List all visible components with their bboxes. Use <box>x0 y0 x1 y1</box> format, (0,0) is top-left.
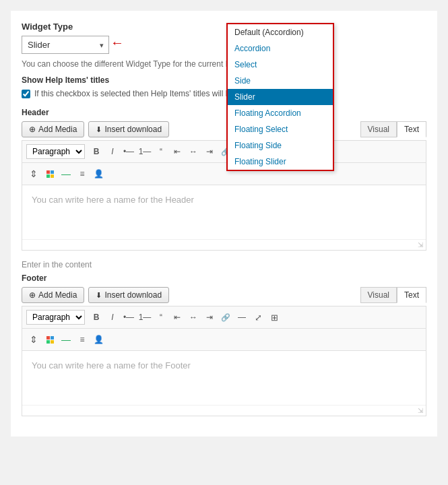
footer-view-tabs: Visual Text <box>360 287 426 303</box>
footer-add-media-label: Add Media <box>38 290 77 300</box>
enter-content-hint: Enter in the content <box>22 260 426 269</box>
header-format-bar-1: Paragraph B I •— 1— “ ⇤ ↔ ⇥ ― <box>22 141 426 163</box>
header-editor-buttons: Add Media Insert download <box>22 121 169 137</box>
header-editor-box: Paragraph B I •— 1— “ ⇤ ↔ ⇥ ― ⇕ <box>22 140 426 251</box>
dropdown-item-select[interactable]: Select <box>228 57 333 73</box>
header-color-btn[interactable] <box>42 166 57 181</box>
footer-more-btn[interactable]: ― <box>234 310 249 325</box>
header-visual-tab[interactable]: Visual <box>360 121 397 137</box>
header-toolbar-top: Add Media Insert download Visual Text <box>22 121 426 137</box>
insert-download-icon <box>96 125 102 134</box>
footer-add-media-button[interactable]: Add Media <box>22 287 84 303</box>
widget-type-section: Widget Type Slider ▾ ← <box>22 22 426 54</box>
header-add-media-button[interactable]: Add Media <box>22 121 84 137</box>
footer-fullscreen-btn[interactable] <box>251 310 265 325</box>
header-ul-btn[interactable]: •— <box>121 144 136 159</box>
footer-bold-btn[interactable]: B <box>89 310 104 325</box>
widget-type-select-wrapper: Slider ▾ <box>22 36 109 54</box>
header-editor-content[interactable]: You can write here a name for the Header <box>22 185 426 239</box>
show-titles-label: Show Help Items' titles <box>22 75 426 85</box>
footer-insert-download-label: Insert download <box>104 290 162 300</box>
footer-format-bar-2: ⇕ ― ≡ 👤 <box>22 329 426 351</box>
footer-hr-btn[interactable]: ― <box>59 332 73 347</box>
header-person-btn[interactable]: 👤 <box>91 166 106 181</box>
footer-add-media-icon <box>29 290 36 300</box>
footer-editor-buttons: Add Media Insert download <box>22 287 169 303</box>
checkbox-row: If this checkbox is selected then Help I… <box>22 89 426 98</box>
header-blockquote-btn[interactable]: “ <box>154 144 168 159</box>
footer-link-btn[interactable] <box>218 310 233 325</box>
footer-insert-download-icon <box>96 290 102 300</box>
dropdown-item-floating-side[interactable]: Floating Side <box>228 137 333 154</box>
footer-label: Footer <box>22 273 426 283</box>
footer-text-tab[interactable]: Text <box>397 287 426 303</box>
header-section: Header Add Media Insert download Visual … <box>22 108 426 251</box>
header-insert-download-button[interactable]: Insert download <box>88 121 169 137</box>
footer-ul-btn[interactable]: •— <box>121 310 136 325</box>
dropdown-item-floating-select[interactable]: Floating Select <box>228 121 333 137</box>
footer-table-btn[interactable] <box>267 310 282 325</box>
footer-toolbar-top: Add Media Insert download Visual Text <box>22 287 426 303</box>
dropdown-item-side[interactable]: Side <box>228 73 333 89</box>
footer-visual-tab[interactable]: Visual <box>360 287 397 303</box>
footer-color-btn[interactable] <box>42 332 57 347</box>
widget-type-label: Widget Type <box>22 22 426 32</box>
page-wrapper: Widget Type Slider ▾ ← You can choose th… <box>11 11 437 437</box>
footer-italic-btn[interactable]: I <box>105 310 120 325</box>
header-format-bar-2: ⇕ ― ≡ 👤 <box>22 163 426 185</box>
widget-type-select[interactable]: Slider <box>22 36 109 54</box>
dropdown-item-default[interactable]: Default (Accordion) <box>228 24 333 40</box>
show-titles-checkbox[interactable] <box>22 90 30 98</box>
header-align-right-btn[interactable]: ⇥ <box>202 144 217 159</box>
header-hr-btn[interactable]: ― <box>59 166 73 181</box>
header-format-select[interactable]: Paragraph <box>26 144 85 159</box>
header-text-tab[interactable]: Text <box>397 121 426 137</box>
header-align-center-btn[interactable]: ↔ <box>186 144 201 159</box>
header-indent-btn[interactable]: ⇕ <box>26 166 41 181</box>
footer-editor-box: Paragraph B I •— 1— “ ⇤ ↔ ⇥ ― ⇕ <box>22 306 426 416</box>
footer-section: Footer Add Media Insert download Visual … <box>22 273 426 416</box>
help-text: You can choose the different Widget Type… <box>22 59 426 69</box>
header-align-left-btn[interactable]: ⇤ <box>170 144 185 159</box>
header-placeholder: You can write here a name for the Header <box>32 195 194 205</box>
header-view-tabs: Visual Text <box>360 121 426 137</box>
footer-resize-handle[interactable]: ⇲ <box>22 405 426 416</box>
footer-person-btn[interactable]: 👤 <box>91 332 106 347</box>
header-align2-btn[interactable]: ≡ <box>75 166 90 181</box>
dropdown-item-accordion[interactable]: Accordion <box>228 40 333 57</box>
header-resize-handle[interactable]: ⇲ <box>22 239 426 250</box>
footer-blockquote-btn[interactable]: “ <box>154 310 168 325</box>
dropdown-item-floating-accordion[interactable]: Floating Accordion <box>228 105 333 121</box>
red-arrow: ← <box>110 35 124 51</box>
footer-ol-btn[interactable]: 1— <box>137 310 152 325</box>
footer-format-bar-1: Paragraph B I •— 1— “ ⇤ ↔ ⇥ ― <box>22 306 426 329</box>
dropdown-item-slider[interactable]: Slider <box>228 89 333 105</box>
footer-align-right-btn[interactable]: ⇥ <box>202 310 217 325</box>
widget-type-dropdown: Default (Accordion) Accordion Select Sid… <box>226 23 334 171</box>
add-media-icon <box>29 125 36 134</box>
header-bold-btn[interactable]: B <box>89 144 104 159</box>
footer-indent-btn[interactable]: ⇕ <box>26 332 41 347</box>
footer-format-select[interactable]: Paragraph <box>26 310 85 325</box>
header-ol-btn[interactable]: 1— <box>137 144 152 159</box>
footer-placeholder: You can write here a name for the Footer <box>32 360 191 370</box>
footer-editor-content[interactable]: You can write here a name for the Footer <box>22 351 426 405</box>
footer-align2-btn[interactable]: ≡ <box>75 332 90 347</box>
dropdown-item-floating-slider[interactable]: Floating Slider <box>228 154 333 170</box>
footer-insert-download-button[interactable]: Insert download <box>88 287 169 303</box>
footer-align-left-btn[interactable]: ⇤ <box>170 310 185 325</box>
insert-download-label: Insert download <box>104 125 162 134</box>
add-media-label: Add Media <box>38 125 77 134</box>
header-italic-btn[interactable]: I <box>105 144 120 159</box>
header-label: Header <box>22 108 426 117</box>
footer-align-center-btn[interactable]: ↔ <box>186 310 201 325</box>
